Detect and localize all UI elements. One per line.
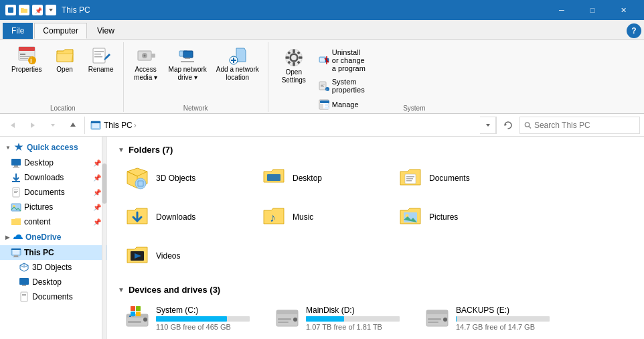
svg-rect-43 [321,85,323,86]
sidebar-item-this-pc[interactable]: This PC [0,245,106,260]
close-button[interactable]: ✕ [608,0,639,20]
search-input[interactable] [534,121,635,130]
drives-section-header[interactable]: ▼ Devices and drives (3) [118,285,633,295]
open-label: Open [56,66,72,74]
pin-icon-title[interactable]: 📌 [32,5,43,15]
svg-rect-57 [92,123,99,128]
system-properties-button[interactable]: i System properties [314,76,371,96]
dropdown-arrow-icon[interactable] [46,5,56,15]
sidebar-item-content[interactable]: content 📌 [0,214,106,229]
title-bar-system-icons: 📌 [5,5,56,15]
folders-arrow: ▼ [118,146,125,153]
ribbon-group-network-items: Accessmedia ▾ Map networkdrive ▾ [129,42,262,102]
ribbon-group-network: Accessmedia ▾ Map networkdrive ▾ [124,42,268,112]
svg-point-83 [135,178,146,189]
access-media-button[interactable]: Accessmedia ▾ [129,42,163,84]
manage-label: Manage [332,100,359,109]
tab-view[interactable]: View [88,23,123,39]
drive-bar-fill-d [306,316,344,322]
back-button[interactable] [4,117,21,134]
help-button[interactable]: ? [627,23,641,38]
properties-button[interactable]: i Properties [8,42,46,76]
rename-button[interactable]: Rename [84,42,118,76]
sidebar-item-documents[interactable]: Documents 📌 [0,185,106,200]
refresh-button[interactable] [499,117,517,134]
quick-access-header[interactable]: ▼ Quick access [0,139,106,155]
folder-documents-label: Documents [429,174,470,183]
open-settings-button[interactable]: OpenSettings [274,45,314,86]
svg-rect-8 [20,56,31,57]
sidebar-item-downloads[interactable]: Downloads 📌 [0,170,106,185]
svg-point-61 [525,122,529,126]
drive-item-c[interactable]: System (C:) 110 GB free of 465 GB [118,300,265,336]
onedrive-label: OneDrive [25,232,61,242]
sidebar-scrollbar[interactable] [102,137,106,339]
folder-item-downloads[interactable]: Downloads [118,199,252,235]
svg-line-62 [529,126,531,128]
drive-icon-c [124,305,151,332]
address-dropdown-button[interactable] [480,117,496,134]
drive-item-e[interactable]: BACKUPS (E:) 14.7 GB free of 14.7 GB [418,300,565,336]
address-path-container[interactable]: This PC › [84,117,497,134]
folder-icon-pictures [397,204,424,230]
folders-section-header[interactable]: ▼ Folders (7) [118,145,633,155]
svg-rect-101 [136,306,141,311]
path-separator: › [134,121,137,130]
svg-rect-68 [14,190,18,190]
folder-item-pictures[interactable]: Pictures [391,199,525,235]
sidebar-item-documents-2[interactable]: Documents [0,289,106,304]
onedrive-header[interactable]: ▶ OneDrive [0,229,106,245]
desktop-sidebar-icon-2 [19,277,29,287]
drive-bar-fill-e [456,316,457,322]
maximize-button[interactable]: □ [577,0,608,20]
folder-icon-title[interactable] [19,5,29,15]
sidebar-item-desktop[interactable]: Desktop 📌 [0,155,106,170]
recent-locations-button[interactable] [44,117,62,134]
folder-item-videos[interactable]: Videos [118,238,252,274]
manage-button[interactable]: Manage [314,97,371,112]
drive-name-e: BACKUPS (E:) [456,306,559,315]
svg-rect-79 [22,285,26,286]
minimize-button[interactable]: ─ [546,0,577,20]
window-controls: ─ □ ✕ [546,0,639,20]
forward-button[interactable] [24,117,42,134]
svg-point-96 [143,318,147,322]
svg-rect-70 [14,192,17,193]
search-box[interactable] [519,117,640,134]
tab-file[interactable]: File [3,23,33,39]
quick-access-icon [13,142,24,153]
map-network-button[interactable]: Map networkdrive ▾ [165,42,210,84]
svg-rect-6 [19,47,35,51]
tab-computer[interactable]: Computer [34,23,87,39]
sidebar-item-documents-2-label: Documents [32,292,73,301]
svg-rect-105 [276,310,298,314]
svg-marker-4 [49,9,53,11]
main-layout: ▼ Quick access Desktop 📌 Downloads 📌 Doc… [0,137,644,339]
drive-name-d: MainDisk (D:) [306,306,409,315]
folder-item-music[interactable]: ♪ Music [254,199,388,235]
uninstall-button[interactable]: Uninstall or change a program [314,46,371,74]
rename-icon [90,44,112,66]
folder-desktop-label: Desktop [293,174,322,183]
sidebar-item-pictures[interactable]: Pictures 📌 [0,200,106,214]
svg-rect-100 [131,306,135,311]
folder-item-3dobjects[interactable]: 3D Objects [118,160,252,196]
drive-item-d[interactable]: MainDisk (D:) 1.07 TB free of 1.81 TB [268,300,415,336]
open-button[interactable]: Open [48,42,82,76]
add-network-button[interactable]: Add a networklocation [213,42,262,84]
rename-label: Rename [88,66,114,74]
folder-item-documents[interactable]: Documents [391,160,525,196]
onedrive-icon [12,232,23,243]
sidebar-item-3dobjects[interactable]: 3D Objects [0,260,106,275]
svg-rect-49 [320,104,323,109]
svg-rect-76 [14,255,18,257]
drive-name-c: System (C:) [156,306,259,315]
svg-rect-86 [406,176,414,178]
quick-access-icon[interactable] [5,5,16,15]
sidebar-item-desktop-2[interactable]: Desktop [0,275,106,289]
svg-marker-53 [31,123,35,128]
pin-icon: 📌 [93,159,101,167]
up-button[interactable] [64,117,82,134]
svg-rect-82 [22,295,26,296]
folder-item-desktop[interactable]: Desktop [254,160,388,196]
